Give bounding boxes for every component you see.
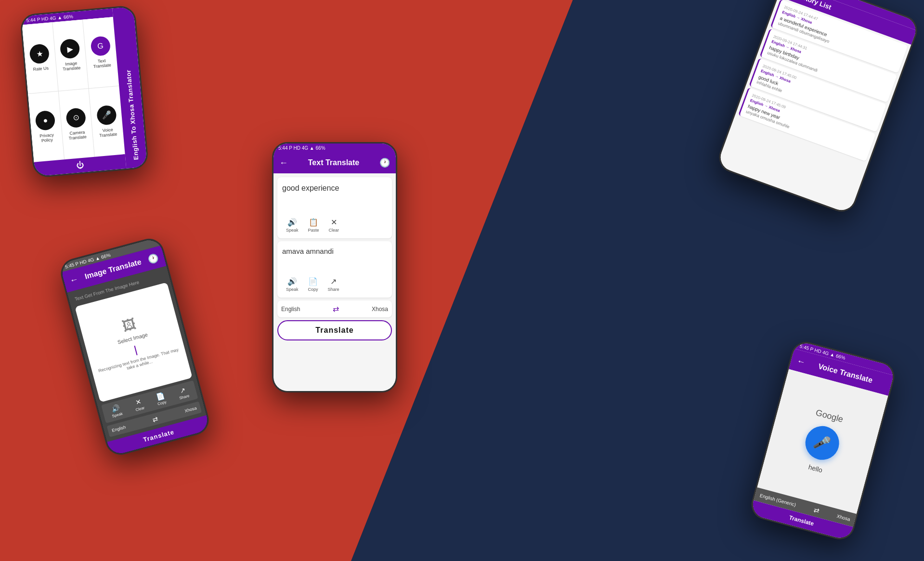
swap-icon[interactable]: ⇄: [333, 304, 339, 313]
clear-icon: ✕: [331, 218, 337, 227]
clear-button[interactable]: ✕ Clear: [325, 216, 343, 235]
speak-img-icon: 🔊: [111, 404, 121, 413]
app-bar-center: ← Text Translate 🕐: [273, 152, 396, 173]
rateus-icon: ★: [29, 43, 50, 64]
history-icon-bottomleft[interactable]: 🕐: [146, 252, 159, 265]
speak-output-icon: 🔊: [287, 277, 297, 286]
img-source-lang[interactable]: English: [111, 425, 126, 433]
privacy-label: Privacy Policy: [35, 132, 58, 144]
share-icon: ↗: [330, 277, 337, 286]
menu-item-privacy[interactable]: ● Privacy Policy: [28, 91, 64, 162]
paste-icon: 📋: [309, 218, 318, 227]
output-action-row: 🔊 Speak 📄 Copy ↗ Share: [282, 275, 387, 294]
menu-item-imagetranslate[interactable]: ▶ Image Translate: [52, 20, 89, 91]
translate-button[interactable]: Translate: [277, 320, 392, 340]
menu-item-camera[interactable]: ⊙ Camera Translate: [58, 89, 94, 159]
texttranslate-label: Text Translate: [91, 58, 114, 69]
copy-img-button[interactable]: 📄 Copy: [155, 391, 167, 406]
share-img-icon: ↗: [179, 386, 186, 395]
speak-img-button[interactable]: 🔊 Speak: [109, 403, 123, 418]
imagetranslate-label: Image Translate: [60, 60, 83, 72]
share-img-button[interactable]: ↗ Share: [177, 385, 190, 401]
status-bar-center: 5:44 P HD 4G ▲ 66%: [273, 144, 396, 152]
clear-img-button[interactable]: ✕ Clear: [133, 397, 145, 412]
share-label: Share: [328, 287, 339, 292]
copy-button[interactable]: 📄 Copy: [304, 275, 322, 294]
input-text[interactable]: good experience: [282, 183, 387, 212]
menu-grid: ★ Rate Us ▶ Image Translate G Text Trans…: [22, 17, 125, 162]
copy-img-icon: 📄: [155, 391, 165, 401]
input-action-row: 🔊 Speak 📋 Paste ✕ Clear: [282, 216, 387, 235]
copy-img-label: Copy: [157, 400, 167, 406]
output-text: amava amnandi: [282, 247, 387, 271]
speak-output-label: Speak: [286, 287, 299, 292]
voice-target-lang[interactable]: Xhosa: [836, 513, 851, 522]
target-lang-label[interactable]: Xhosa: [372, 306, 388, 313]
select-image-label: Select Image: [117, 332, 148, 345]
source-lang-label[interactable]: English: [281, 306, 300, 313]
language-bar: English ⇄ Xhosa: [277, 300, 392, 317]
speak-input-button[interactable]: 🔊 Speak: [282, 216, 302, 235]
img-swap-icon[interactable]: ⇄: [151, 415, 159, 424]
select-image-icon: 🖼: [120, 316, 138, 335]
loading-indicator: [134, 346, 138, 355]
menu-item-rateus[interactable]: ★ Rate Us: [22, 22, 58, 93]
mic-icon: 🎤: [812, 433, 833, 453]
imagetranslate-icon: ▶: [59, 39, 80, 59]
clear-img-icon: ✕: [134, 398, 142, 407]
paste-button[interactable]: 📋 Paste: [304, 216, 323, 235]
recognizing-text: Recognizing text from the Image. That ma…: [95, 347, 182, 378]
history-icon-center[interactable]: 🕐: [379, 157, 390, 168]
speak-input-label: Speak: [286, 228, 299, 233]
input-card: good experience 🔊 Speak 📋 Paste ✕ Clear: [277, 177, 392, 238]
copy-label: Copy: [308, 287, 318, 292]
phone-topleft: 5:44 P HD 4G ▲ 66% ★ Rate Us ▶ Image Tra…: [20, 5, 149, 178]
img-target-lang[interactable]: Xhosa: [184, 405, 197, 413]
image-select-area[interactable]: 🖼 Select Image Recognizing text from the…: [75, 282, 192, 402]
copy-icon: 📄: [308, 277, 318, 286]
share-button[interactable]: ↗ Share: [324, 275, 343, 294]
texttranslate-icon: G: [90, 36, 111, 56]
time-center: 5:44 P HD 4G ▲ 66%: [278, 145, 325, 151]
voice-icon: 🎤: [96, 104, 117, 125]
voice-swap-icon[interactable]: ⇄: [813, 506, 820, 515]
app-title-center: Text Translate: [288, 158, 379, 167]
camera-label: Camera Translate: [66, 129, 89, 141]
mic-button[interactable]: 🎤: [802, 422, 843, 463]
privacy-icon: ●: [35, 110, 56, 130]
hello-text: hello: [807, 463, 823, 474]
output-card: amava amnandi 🔊 Speak 📄 Copy ↗ Share: [277, 241, 392, 298]
camera-icon: ⊙: [65, 107, 86, 128]
voice-label: Voice Translate: [96, 127, 119, 138]
back-icon-center[interactable]: ←: [279, 158, 288, 168]
phone-center: 5:44 P HD 4G ▲ 66% ← Text Translate 🕐 go…: [272, 142, 397, 392]
clear-label: Clear: [329, 228, 339, 233]
paste-label: Paste: [308, 228, 319, 233]
rateus-label: Rate Us: [33, 66, 49, 72]
speak-input-icon: 🔊: [287, 218, 297, 227]
speak-output-button[interactable]: 🔊 Speak: [282, 275, 302, 294]
google-text: Google: [815, 407, 845, 424]
translate-content: good experience 🔊 Speak 📋 Paste ✕ Clear: [273, 173, 396, 391]
